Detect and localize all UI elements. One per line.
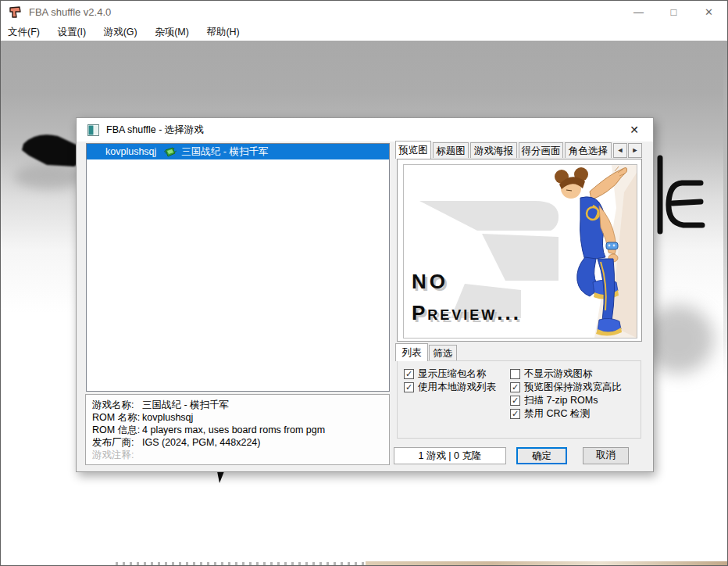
checkbox-keep-aspect-ratio[interactable]: ✓ 预览图保持游戏宽高比 — [510, 382, 622, 393]
game-title: 三国战纪 - 横扫千军 — [181, 145, 268, 159]
tab-scroll-right-icon[interactable]: ► — [628, 143, 642, 158]
background-bottom-marks — [116, 562, 367, 565]
menu-help[interactable]: 帮助(H) — [199, 23, 246, 41]
menu-misc[interactable]: 杂项(M) — [148, 23, 196, 41]
app-window: FBA shuffle v2.4.0 — □ ✕ 文件(F) 设置(I) 游戏(… — [0, 0, 728, 566]
info-row: ROM 信息: 4 players max, uses board roms f… — [86, 424, 389, 436]
info-value: 三国战纪 - 横扫千军 — [142, 399, 229, 411]
dialog-window-icon — [87, 124, 99, 136]
checkbox-label: 使用本地游戏列表 — [418, 381, 496, 394]
background-bottom-strip — [366, 561, 727, 565]
background-right-edge — [723, 41, 727, 377]
titlebar[interactable]: FBA shuffle v2.4.0 — □ ✕ — [1, 1, 727, 23]
checkbox-label: 预览图保持游戏宽高比 — [524, 381, 622, 394]
info-label: ROM 信息: — [92, 424, 140, 436]
info-label: ROM 名称: — [92, 411, 140, 424]
status-count: 1 游戏 | 0 克隆 — [394, 447, 506, 464]
rom-name: kovplushsqj — [105, 146, 156, 157]
preview-character-art — [549, 165, 637, 338]
checkbox-show-archive-name[interactable]: ✓ 显示压缩包名称 — [404, 368, 487, 380]
tab-preview[interactable]: 预览图 — [395, 141, 431, 159]
tab-title-image[interactable]: 标题图 — [433, 142, 469, 158]
menu-settings[interactable]: 设置(I) — [50, 23, 93, 41]
checkbox-box[interactable]: ✓ — [404, 382, 414, 392]
info-row: ROM 名称: kovplushsqj — [86, 411, 389, 424]
checkbox-disable-crc-check[interactable]: ✓ 禁用 CRC 检测 — [510, 408, 590, 420]
game-list-row-selected[interactable]: kovplushsqj 三国战纪 - 横扫千军 — [87, 144, 389, 159]
fba-mascot-icon — [9, 5, 23, 20]
no-preview-line2: Preview... — [412, 301, 521, 325]
info-row: 游戏名称: 三国战纪 - 横扫千军 — [86, 399, 389, 411]
preview-image: NO Preview... — [403, 164, 637, 339]
dialog-titlebar[interactable]: FBA shuffle - 选择游戏 ✕ — [77, 118, 653, 142]
tab-game-poster[interactable]: 游戏海报 — [470, 142, 517, 158]
info-value: 4 players max, uses board roms from pgm — [142, 424, 325, 436]
window-title: FBA shuffle v2.4.0 — [29, 1, 111, 23]
cancel-button[interactable]: 取消 — [583, 447, 629, 464]
no-preview-line1: NO — [412, 270, 448, 294]
checkbox-label: 扫描 7-zip ROMs — [524, 394, 598, 407]
tab-scroll-left-icon[interactable]: ◄ — [613, 143, 627, 158]
checkbox-box[interactable]: ✓ — [510, 382, 520, 392]
menu-file[interactable]: 文件(F) — [1, 23, 47, 41]
checkbox-box[interactable]: ✓ — [510, 396, 520, 406]
maximize-button[interactable]: □ — [656, 1, 691, 23]
tab-score-screen[interactable]: 得分画面 — [519, 142, 563, 158]
preview-pane: NO Preview... — [397, 159, 642, 342]
menu-game[interactable]: 游戏(G) — [97, 23, 145, 41]
info-label: 发布厂商: — [92, 436, 134, 449]
info-row: 游戏注释: — [86, 449, 389, 461]
minimize-button[interactable]: — — [621, 1, 656, 23]
info-value: kovplushsqj — [142, 411, 193, 424]
checkbox-label: 不显示游戏图标 — [524, 367, 593, 381]
tab-filter[interactable]: 筛选 — [429, 345, 457, 360]
info-label: 游戏注释: — [92, 449, 134, 461]
info-row: 发布厂商: IGS (2024, PGM, 448x224) — [86, 436, 389, 449]
info-value: IGS (2024, PGM, 448x224) — [142, 436, 260, 449]
ok-button[interactable]: 确定 — [516, 447, 567, 464]
checkbox-hide-game-icons[interactable]: 不显示游戏图标 — [510, 368, 593, 380]
info-label: 游戏名称: — [92, 399, 134, 411]
tab-list[interactable]: 列表 — [395, 343, 428, 361]
close-button[interactable]: ✕ — [691, 1, 726, 23]
checkbox-use-local-gamelist[interactable]: ✓ 使用本地游戏列表 — [404, 382, 496, 393]
dialog-close-icon[interactable]: ✕ — [622, 118, 647, 142]
game-info-panel: 游戏名称: 三国战纪 - 横扫千军 ROM 名称: kovplushsqj RO… — [85, 394, 390, 465]
tab-character-select[interactable]: 角色选择 — [565, 142, 612, 158]
dialog-title: FBA shuffle - 选择游戏 — [106, 118, 204, 142]
checkbox-box[interactable] — [510, 369, 520, 379]
game-list[interactable]: kovplushsqj 三国战纪 - 横扫千军 — [86, 143, 390, 392]
checkbox-scan-7zip-roms[interactable]: ✓ 扫描 7-zip ROMs — [510, 395, 598, 407]
menubar: 文件(F) 设置(I) 游戏(G) 杂项(M) 帮助(H) — [1, 23, 727, 41]
select-game-dialog: FBA shuffle - 选择游戏 ✕ kovplushsqj 三国战纪 - … — [76, 117, 654, 472]
checkbox-label: 显示压缩包名称 — [418, 367, 487, 381]
checkbox-box[interactable]: ✓ — [510, 409, 520, 419]
rom-chip-icon — [164, 147, 177, 157]
checkbox-box[interactable]: ✓ — [404, 369, 414, 379]
checkbox-label: 禁用 CRC 检测 — [524, 407, 590, 421]
